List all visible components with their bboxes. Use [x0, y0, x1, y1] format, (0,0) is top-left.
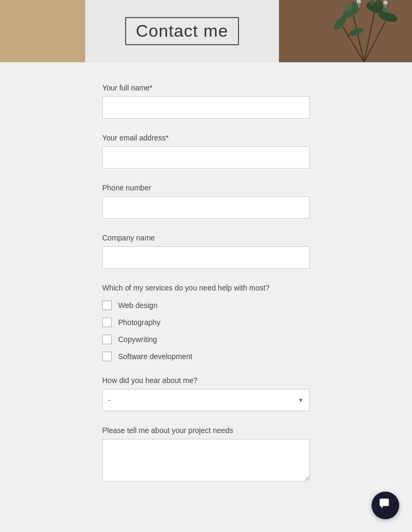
full-name-label: Your full name* [102, 84, 310, 92]
header-banner: Contact me [0, 0, 412, 62]
checkbox-item-software-development[interactable]: Software development [102, 352, 310, 361]
header-bg-right [279, 0, 412, 62]
phone-input[interactable] [102, 196, 310, 219]
checkbox-copywriting[interactable] [102, 335, 112, 344]
checkbox-label-software-development: Software development [118, 352, 192, 361]
checkbox-photography[interactable] [102, 318, 112, 327]
email-input[interactable] [102, 146, 310, 169]
company-label: Company name [102, 234, 310, 242]
hear-label: How did you hear about me? [102, 376, 310, 385]
form-container: Your full name* Your email address* Phon… [0, 62, 412, 532]
hear-section: How did you hear about me? - Google Soci… [102, 376, 310, 411]
project-label: Please tell me about your project needs [102, 426, 310, 435]
phone-label: Phone number [102, 184, 310, 192]
svg-point-10 [344, 4, 352, 12]
page-title: Contact me [125, 17, 239, 45]
svg-marker-20 [381, 506, 383, 508]
project-section: Please tell me about your project needs [102, 426, 310, 484]
chat-button[interactable] [372, 492, 399, 519]
checkbox-software-development[interactable] [102, 352, 112, 361]
checkbox-group: Web design Photography Copywriting Softw… [102, 301, 310, 361]
svg-point-12 [375, 0, 383, 9]
project-textarea[interactable] [102, 439, 310, 481]
checkbox-label-copywriting: Copywriting [118, 335, 157, 344]
checkbox-item-copywriting[interactable]: Copywriting [102, 335, 310, 344]
header-bg-left [0, 0, 85, 62]
checkbox-item-photography[interactable]: Photography [102, 318, 310, 327]
email-label: Your email address* [102, 134, 310, 142]
checkbox-label-web-design: Web design [118, 301, 158, 310]
phone-group: Phone number [102, 184, 310, 219]
services-section: Which of my services do you need help wi… [102, 284, 310, 361]
header-center: Contact me [85, 0, 279, 62]
full-name-input[interactable] [102, 96, 310, 119]
email-group: Your email address* [102, 134, 310, 169]
select-wrapper: - Google Social media Word of mouth Othe… [102, 389, 310, 411]
checkbox-label-photography: Photography [118, 318, 160, 327]
svg-rect-19 [380, 498, 389, 506]
chat-icon [378, 497, 392, 514]
plant-decoration [279, 0, 412, 62]
checkbox-web-design[interactable] [102, 301, 112, 310]
svg-point-14 [369, 0, 375, 5]
full-name-group: Your full name* [102, 84, 310, 119]
hear-select[interactable]: - Google Social media Word of mouth Othe… [102, 389, 310, 411]
company-group: Company name [102, 234, 310, 269]
services-label: Which of my services do you need help wi… [102, 284, 310, 292]
checkbox-item-web-design[interactable]: Web design [102, 301, 310, 310]
company-input[interactable] [102, 246, 310, 269]
